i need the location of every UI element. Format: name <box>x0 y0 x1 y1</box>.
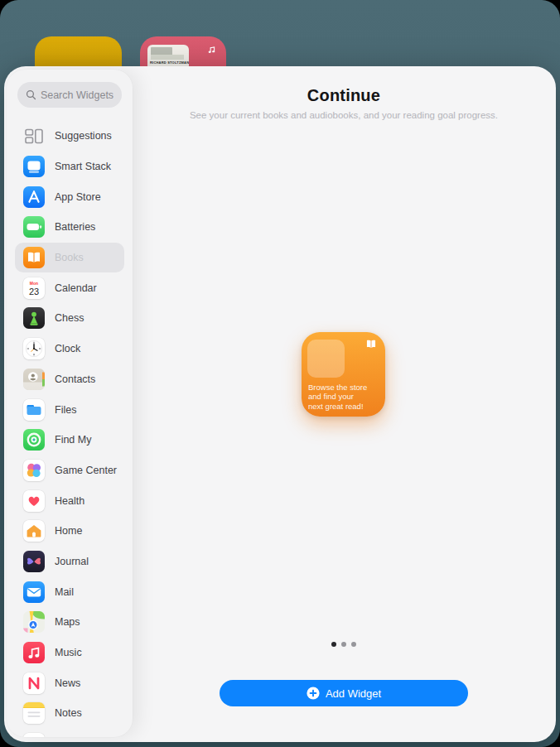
files-icon <box>23 399 45 421</box>
widget-detail-panel: Continue See your current books and audi… <box>133 66 555 742</box>
batteries-icon <box>23 216 45 238</box>
calendar-icon: Mon23 <box>23 277 45 299</box>
sidebar-item-files[interactable]: Files <box>15 394 124 425</box>
sidebar-item-label: Find My <box>55 434 91 446</box>
sidebar-item-label: Music <box>55 647 82 658</box>
sidebar-item-label: Books <box>55 252 84 263</box>
sidebar-item-contacts[interactable]: Contacts <box>15 364 124 395</box>
sidebar-item-label: Mail <box>55 586 74 598</box>
clock-icon <box>23 338 45 359</box>
album-artist: RICHARD STOLTZMAN <box>150 60 189 65</box>
page-dot-3[interactable] <box>351 642 356 647</box>
sidebar-item-label: Batteries <box>55 221 95 233</box>
sidebar-item-label: Chess <box>55 312 84 324</box>
preview-caption: Browse the store and find your next grea… <box>308 383 382 412</box>
smart-stack-icon <box>23 156 45 177</box>
sidebar-item-label: Health <box>55 495 84 507</box>
sidebar-item-label: Clock <box>55 343 80 354</box>
suggestions-icon <box>23 125 45 147</box>
sidebar-item-label: Calendar <box>55 282 97 294</box>
svg-text:23: 23 <box>29 286 39 296</box>
books-widget-preview[interactable]: Browse the store and find your next grea… <box>302 332 385 417</box>
widget-app-list: Suggestions Smart Stack App Store Batter… <box>7 108 133 737</box>
sidebar-item-label: Smart Stack <box>55 161 111 172</box>
sidebar-item-label: App Store <box>55 191 101 203</box>
open-book-icon <box>364 339 379 354</box>
sidebar-item-mail[interactable]: Mail <box>15 576 124 607</box>
sidebar-item-maps[interactable]: Maps <box>15 607 124 638</box>
sidebar-item-label: Contacts <box>55 374 95 385</box>
app-store-icon <box>23 186 45 208</box>
chess-icon <box>23 307 45 329</box>
search-icon <box>26 89 36 100</box>
sidebar-item-app-store[interactable]: App Store <box>15 181 124 212</box>
sidebar-item-news[interactable]: News <box>15 667 124 698</box>
sidebar-item-label: Maps <box>55 616 80 628</box>
sidebar-item-game-center[interactable]: Game Center <box>15 455 124 486</box>
sidebar-item-notes[interactable]: Notes <box>15 698 124 729</box>
sidebar-item-label: News <box>55 677 80 689</box>
sidebar-item-label: Suggestions <box>55 130 112 142</box>
sidebar-item-chess[interactable]: Chess <box>15 303 124 334</box>
add-widget-button[interactable]: Add Widget <box>220 680 468 706</box>
sidebar-item-find-my[interactable]: Find My <box>15 425 124 455</box>
home-icon <box>23 520 45 542</box>
sidebar-item-calendar[interactable]: Mon23 Calendar <box>15 272 124 303</box>
sidebar-item-smart-stack[interactable]: Smart Stack <box>15 152 124 182</box>
sidebar-item-label: Journal <box>55 556 89 567</box>
add-widget-label: Add Widget <box>326 687 381 700</box>
music-note-icon <box>205 43 218 60</box>
notes-icon <box>23 702 45 724</box>
widget-sidebar: Search Widgets Suggestions Smart Stack A… <box>7 70 133 737</box>
sidebar-item-partial[interactable] <box>15 729 124 737</box>
news-icon <box>23 672 45 694</box>
page-subtitle: See your current books and audiobooks, a… <box>133 110 555 120</box>
sidebar-item-clock[interactable]: Clock <box>15 334 124 364</box>
svg-text:Mon: Mon <box>30 281 38 286</box>
sidebar-item-label: Home <box>55 525 82 537</box>
search-input[interactable]: Search Widgets <box>17 82 122 108</box>
sidebar-item-music[interactable]: Music <box>15 638 124 668</box>
sidebar-item-books[interactable]: Books <box>15 243 124 273</box>
sidebar-item-label: Files <box>55 404 76 416</box>
contacts-icon <box>23 369 45 390</box>
game-center-icon <box>23 460 45 481</box>
page-indicator[interactable] <box>133 642 555 647</box>
sidebar-item-home[interactable]: Home <box>15 516 124 547</box>
sidebar-item-health[interactable]: Health <box>15 485 124 516</box>
mail-icon <box>23 581 45 603</box>
journal-icon <box>23 551 45 572</box>
books-icon <box>23 247 45 268</box>
music-icon <box>23 642 45 663</box>
health-icon <box>23 490 45 512</box>
book-cover-placeholder <box>307 340 345 378</box>
plus-circle-icon <box>307 687 320 700</box>
page-dot-1[interactable] <box>331 642 336 647</box>
search-placeholder: Search Widgets <box>41 89 113 101</box>
sidebar-item-suggestions[interactable]: Suggestions <box>15 121 124 152</box>
find-my-icon <box>23 429 45 451</box>
partial-app-icon <box>23 733 45 737</box>
widget-gallery-screen: RICHARD STOLTZMAN Search Widgets Suggest… <box>0 0 560 747</box>
sidebar-item-label: Notes <box>55 707 82 719</box>
maps-icon <box>23 611 45 633</box>
sidebar-item-label: Game Center <box>55 465 117 476</box>
sidebar-item-journal[interactable]: Journal <box>15 547 124 577</box>
page-dot-2[interactable] <box>341 642 346 647</box>
page-title: Continue <box>133 86 555 105</box>
sidebar-item-batteries[interactable]: Batteries <box>15 212 124 243</box>
